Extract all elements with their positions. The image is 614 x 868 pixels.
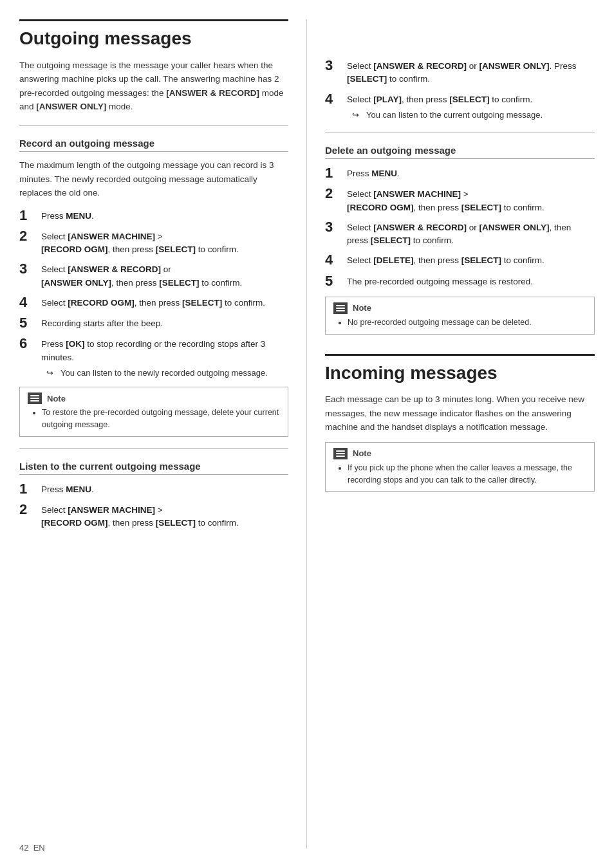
incoming-note-box: Note If you pick up the phone when the c… <box>325 442 595 492</box>
arrow-text-record: You can listen to the newly recorded out… <box>60 367 268 380</box>
incoming-note-content: If you pick up the phone when the caller… <box>333 462 586 486</box>
delete-step-1: 1 Press MENU. <box>325 165 595 181</box>
delete-note-content: No pre-recorded outgoing message can be … <box>333 317 586 329</box>
delete-note-box: Note No pre-recorded outgoing message ca… <box>325 297 595 335</box>
delete-note-label: Note <box>353 303 371 313</box>
listen-step-body-2: Select [ANSWER MACHINE] >[RECORD OGM], t… <box>41 502 288 530</box>
note-line-3 <box>30 400 39 402</box>
record-note-header: Note <box>28 392 280 404</box>
incoming-note-line-2 <box>336 453 345 454</box>
record-intro: The maximum length of the outgoing messa… <box>19 158 288 200</box>
listen-step-num-2: 2 <box>19 502 36 517</box>
incoming-note-label: Note <box>353 448 371 458</box>
listen-cont-body-3: Select [ANSWER & RECORD] or [ANSWER ONLY… <box>347 58 595 86</box>
delete-step-body-4: Select [DELETE], then press [SELECT] to … <box>347 252 595 267</box>
record-step-4: 4 Select [RECORD OGM], then press [SELEC… <box>19 295 288 310</box>
delete-step-3: 3 Select [ANSWER & RECORD] or [ANSWER ON… <box>325 219 595 248</box>
record-step-3: 3 Select [ANSWER & RECORD] or[ANSWER ONL… <box>19 261 288 290</box>
delete-note-line-2 <box>336 308 345 309</box>
step-body-4: Select [RECORD OGM], then press [SELECT]… <box>41 295 288 309</box>
delete-note-bullet: No pre-recorded outgoing message can be … <box>348 317 586 329</box>
delete-note-header: Note <box>333 302 586 314</box>
delete-step-5: 5 The pre-recorded outgoing message is r… <box>325 273 595 289</box>
note-icon-lines-record <box>30 395 39 402</box>
listen-step-1: 1 Press MENU. <box>19 481 288 497</box>
step-body-5: Recording starts after the beep. <box>41 315 288 330</box>
record-step-6: 6 Press [OK] to stop recording or the re… <box>19 336 288 379</box>
step-num-6: 6 <box>19 336 36 351</box>
delete-step-body-5: The pre-recorded outgoing message is res… <box>347 273 595 288</box>
delete-step-body-3: Select [ANSWER & RECORD] or [ANSWER ONLY… <box>347 219 595 248</box>
outgoing-messages-title: Outgoing messages <box>19 19 288 50</box>
listen-continued-steps: 3 Select [ANSWER & RECORD] or [ANSWER ON… <box>325 58 595 121</box>
note-icon-lines-delete <box>336 305 345 311</box>
arrow-text-listen: You can listen to the current outgoing m… <box>366 109 543 122</box>
listen-cont-body-4: Select [PLAY], then press [SELECT] to co… <box>347 91 595 122</box>
record-step-1: 1 Press MENU. <box>19 208 288 223</box>
delete-step-body-2: Select [ANSWER MACHINE] >[RECORD OGM], t… <box>347 186 595 214</box>
left-column: Outgoing messages The outgoing message i… <box>19 19 307 849</box>
arrow-note-listen: ↪ You can listen to the current outgoing… <box>352 109 595 122</box>
delete-step-num-5: 5 <box>325 273 342 289</box>
listen-step-2: 2 Select [ANSWER MACHINE] >[RECORD OGM],… <box>19 502 288 530</box>
record-steps: 1 Press MENU. 2 Select [ANSWER MACHINE] … <box>19 208 288 380</box>
delete-step-2: 2 Select [ANSWER MACHINE] >[RECORD OGM],… <box>325 186 595 214</box>
delete-step-num-4: 4 <box>325 252 342 268</box>
incoming-note-header: Note <box>333 448 586 459</box>
page-number: 42 <box>19 843 28 853</box>
listen-cont-step-3: 3 Select [ANSWER & RECORD] or [ANSWER ON… <box>325 58 595 86</box>
delete-step-4: 4 Select [DELETE], then press [SELECT] t… <box>325 252 595 268</box>
divider-1 <box>19 125 288 126</box>
listen-subsection-title: Listen to the current outgoing message <box>19 461 288 475</box>
step-body-1: Press MENU. <box>41 208 288 223</box>
record-note-label: Note <box>47 394 66 403</box>
right-column: 3 Select [ANSWER & RECORD] or [ANSWER ON… <box>307 19 595 849</box>
note-icon-lines-incoming <box>336 450 345 457</box>
page: Outgoing messages The outgoing message i… <box>0 0 614 868</box>
step-body-3: Select [ANSWER & RECORD] or[ANSWER ONLY]… <box>41 261 288 290</box>
incoming-intro: Each message can be up to 3 minutes long… <box>325 392 595 434</box>
note-icon-incoming <box>333 448 348 459</box>
step-num-3: 3 <box>19 261 36 277</box>
step-num-2: 2 <box>19 228 36 244</box>
listen-cont-num-3: 3 <box>325 58 342 73</box>
delete-steps: 1 Press MENU. 2 Select [ANSWER MACHINE] … <box>325 165 595 289</box>
step-body-6: Press [OK] to stop recording or the reco… <box>41 336 288 379</box>
listen-step-body-1: Press MENU. <box>41 481 288 496</box>
note-line-1 <box>30 395 39 396</box>
note-icon-delete <box>333 302 348 314</box>
listen-cont-num-4: 4 <box>325 91 342 107</box>
record-step-5: 5 Recording starts after the beep. <box>19 315 288 331</box>
incoming-messages-title: Incoming messages <box>325 356 595 384</box>
delete-subsection-title: Delete an outgoing message <box>325 145 595 159</box>
step-body-2: Select [ANSWER MACHINE] >[RECORD OGM], t… <box>41 228 288 257</box>
record-note-box: Note To restore the pre-recorded outgoin… <box>19 387 288 437</box>
step-num-1: 1 <box>19 208 36 223</box>
step-num-4: 4 <box>19 295 36 310</box>
divider-3 <box>325 133 595 133</box>
listen-step-num-1: 1 <box>19 481 36 497</box>
listen-cont-step-4: 4 Select [PLAY], then press [SELECT] to … <box>325 91 595 122</box>
incoming-note-line-1 <box>336 450 345 452</box>
delete-step-num-2: 2 <box>325 186 342 201</box>
record-note-content: To restore the pre-recorded outgoing mes… <box>28 407 280 431</box>
incoming-note-bullet: If you pick up the phone when the caller… <box>348 462 586 486</box>
delete-step-num-1: 1 <box>325 165 342 181</box>
page-lang: EN <box>33 843 45 853</box>
record-subsection-title: Record an outgoing message <box>19 138 288 152</box>
delete-note-line-3 <box>336 310 345 311</box>
listen-steps: 1 Press MENU. 2 Select [ANSWER MACHINE] … <box>19 481 288 530</box>
record-note-bullet: To restore the pre-recorded outgoing mes… <box>42 407 280 431</box>
outgoing-intro: The outgoing message is the message your… <box>19 59 288 114</box>
delete-note-line-1 <box>336 305 345 306</box>
incoming-note-line-3 <box>336 456 345 457</box>
note-icon-record <box>28 392 42 404</box>
divider-2 <box>19 448 288 449</box>
delete-step-num-3: 3 <box>325 219 342 235</box>
delete-step-body-1: Press MENU. <box>347 165 595 180</box>
step-num-5: 5 <box>19 315 36 331</box>
incoming-messages-section: Incoming messages Each message can be up… <box>325 354 595 492</box>
arrow-icon-record: ↪ <box>46 367 58 380</box>
record-step-2: 2 Select [ANSWER MACHINE] >[RECORD OGM],… <box>19 228 288 257</box>
note-line-2 <box>30 398 39 399</box>
